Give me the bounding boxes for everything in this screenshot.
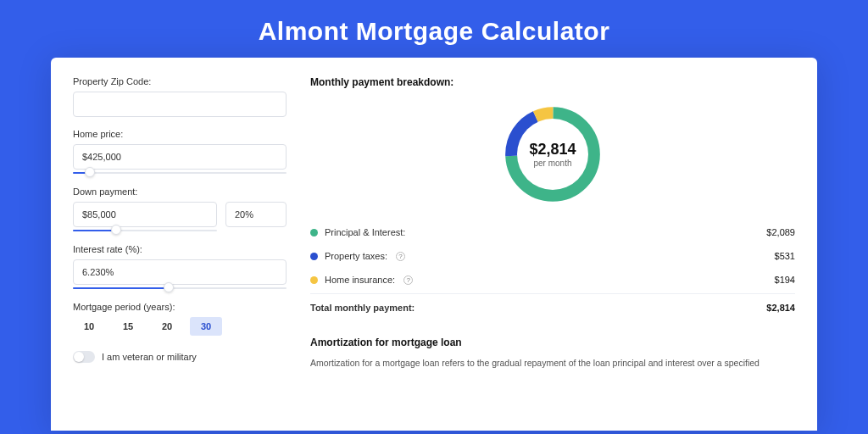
legend-dot-tax (310, 253, 318, 260)
inputs-panel: Property Zip Code: Home price: Down paym… (73, 76, 287, 431)
down-amount-slider-thumb[interactable] (111, 225, 121, 235)
period-option-30[interactable]: 30 (190, 317, 222, 336)
interest-rate-input[interactable] (73, 259, 287, 285)
period-option-10[interactable]: 10 (73, 317, 105, 336)
legend-row-ins: Home insurance:?$194 (310, 268, 795, 292)
interest-rate-slider-thumb[interactable] (164, 282, 174, 292)
down-amount-input[interactable] (73, 202, 217, 227)
zip-label: Property Zip Code: (73, 76, 287, 86)
info-icon-ins[interactable]: ? (403, 275, 413, 285)
mortgage-period-options: 10152030 (73, 317, 287, 336)
zip-field: Property Zip Code: (73, 76, 287, 117)
veteran-toggle[interactable] (73, 351, 95, 363)
interest-rate-label: Interest rate (%): (73, 244, 287, 254)
page-title: Almont Mortgage Calculator (0, 0, 868, 58)
down-payment-label: Down payment: (73, 186, 287, 197)
donut-chart: $2,814 per month (500, 102, 605, 207)
breakdown-title: Monthly payment breakdown: (310, 76, 795, 88)
donut-amount: $2,814 (529, 141, 576, 159)
info-icon-tax[interactable]: ? (396, 252, 405, 261)
legend-label-ins: Home insurance: (325, 275, 395, 285)
mortgage-period-field: Mortgage period (years): 10152030 (73, 302, 287, 336)
period-option-15[interactable]: 15 (112, 317, 144, 336)
amortization-title: Amortization for mortgage loan (310, 337, 795, 348)
donut-chart-wrap: $2,814 per month (310, 98, 795, 220)
legend-row-tax: Property taxes:?$531 (310, 244, 795, 268)
down-payment-field: Down payment: (73, 186, 287, 232)
legend-value-tax: $531 (775, 251, 795, 261)
total-value: $2,814 (766, 303, 795, 313)
zip-input[interactable] (73, 92, 287, 117)
legend-value-ins: $194 (775, 275, 795, 285)
down-amount-slider[interactable] (73, 229, 217, 232)
home-price-slider-thumb[interactable] (85, 167, 95, 177)
home-price-label: Home price: (73, 129, 287, 139)
breakdown-legend: Principal & Interest:$2,089Property taxe… (310, 220, 795, 292)
down-percent-input[interactable] (225, 202, 287, 227)
interest-rate-slider-fill (73, 287, 169, 289)
veteran-row: I am veteran or military (73, 351, 287, 363)
home-price-input[interactable] (73, 144, 287, 170)
total-label: Total monthly payment: (310, 303, 415, 313)
mortgage-period-label: Mortgage period (years): (73, 302, 287, 312)
legend-dot-pi (310, 229, 318, 236)
home-price-field: Home price: (73, 129, 287, 175)
veteran-label: I am veteran or military (102, 352, 197, 362)
period-option-20[interactable]: 20 (151, 317, 183, 336)
total-row: Total monthly payment: $2,814 (310, 296, 795, 320)
breakdown-panel: Monthly payment breakdown: $2,814 per mo… (310, 76, 795, 431)
legend-row-pi: Principal & Interest:$2,089 (310, 220, 795, 244)
donut-sub: per month (533, 159, 571, 168)
home-price-slider[interactable] (73, 171, 287, 175)
legend-label-tax: Property taxes: (325, 251, 387, 261)
calculator-card: Property Zip Code: Home price: Down paym… (51, 58, 817, 431)
donut-center: $2,814 per month (517, 119, 588, 190)
legend-value-pi: $2,089 (766, 227, 795, 237)
legend-dot-ins (310, 276, 318, 284)
down-amount-slider-fill (73, 230, 116, 231)
interest-rate-slider[interactable] (73, 287, 287, 290)
interest-rate-field: Interest rate (%): (73, 244, 287, 290)
amortization-text: Amortization for a mortgage loan refers … (310, 357, 795, 370)
divider (310, 293, 795, 294)
legend-label-pi: Principal & Interest: (325, 227, 405, 237)
